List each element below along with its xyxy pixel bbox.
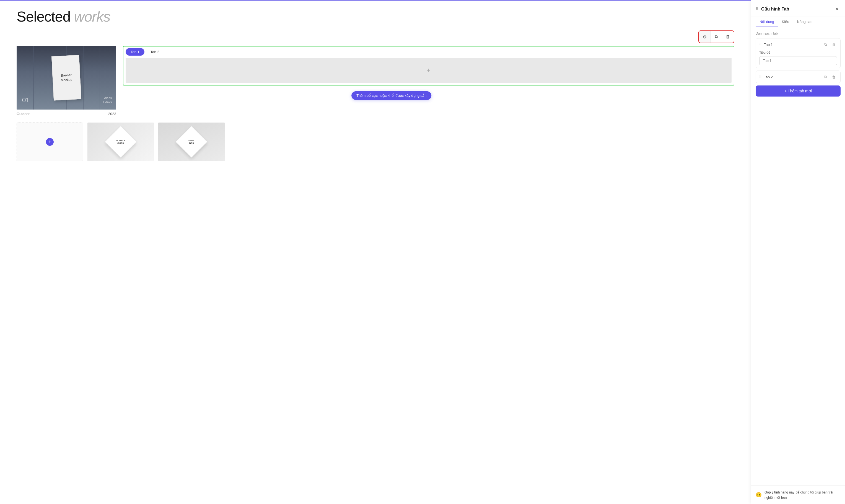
tab1-drag-icon: ⠿ <box>759 42 762 47</box>
tab-kieu[interactable]: Kiểu <box>778 17 793 27</box>
tab-list-item-1: ⠿ Tab 1 ⧉ 🗑 Tiêu đề <box>756 38 841 68</box>
image-caption: Outdoor 2023 <box>17 110 116 118</box>
bottom-row: + DOUBLECLICK GABLBOX <box>0 118 751 166</box>
add-tab-button[interactable]: + Thêm tab mới <box>756 86 841 96</box>
tab-noi-dung[interactable]: Nội dung <box>756 17 778 27</box>
trash-icon: 🗑 <box>726 34 730 39</box>
tab-list-item-2: ⠿ Tab 2 ⧉ 🗑 <box>756 71 841 83</box>
toolbar-group: ⚙ ⧉ 🗑 <box>698 31 734 43</box>
section-label: Danh sách Tab <box>756 32 841 35</box>
author-line1: Alens <box>104 96 112 100</box>
toolbar-row: ⚙ ⧉ 🗑 <box>0 31 751 46</box>
panel-tabs: Nội dung Kiểu Nâng cao <box>751 17 845 27</box>
copy-icon: ⧉ <box>715 34 718 39</box>
tab-nang-cao[interactable]: Nâng cao <box>793 17 816 27</box>
box-image-1: DOUBLECLICK <box>87 123 154 161</box>
tab1-delete-button[interactable]: 🗑 <box>830 41 837 48</box>
banner-author: Alens Lidaks <box>103 96 112 104</box>
panel-drag-icon: ⠿ <box>756 7 758 11</box>
box-2-text: GABLBOX <box>188 139 195 144</box>
copy-button[interactable]: ⧉ <box>711 31 722 42</box>
gear-icon: ⚙ <box>703 34 707 39</box>
box-1-text: DOUBLECLICK <box>116 139 125 144</box>
tab-nav-item-2[interactable]: Tab 2 <box>146 48 164 56</box>
right-panel: ⠿ Cấu hình Tab ✕ Nội dung Kiểu Nâng cao … <box>751 0 845 504</box>
tab-nav: Tab 1 Tab 2 <box>123 47 734 56</box>
tab2-row: ⠿ Tab 2 ⧉ 🗑 <box>759 74 837 80</box>
delete-button[interactable]: 🗑 <box>722 31 734 42</box>
caption-location: Outdoor <box>17 112 30 116</box>
tab2-actions: ⧉ 🗑 <box>822 74 837 80</box>
tab-nav-item-1[interactable]: Tab 1 <box>126 48 144 56</box>
panel-title: Cấu hình Tab <box>761 6 830 12</box>
panel-close-button[interactable]: ✕ <box>833 5 841 13</box>
page-header: Selected works <box>0 1 751 31</box>
caption-year: 2023 <box>108 112 116 116</box>
tab1-title-section: Tiêu đề <box>759 48 837 65</box>
panel-body: Danh sách Tab ⠿ Tab 1 ⧉ 🗑 Tiêu đề <box>751 27 845 485</box>
title-bold: Selected <box>17 8 70 24</box>
banner-image: Banner Mockup 01 Alens Lidaks <box>17 46 116 110</box>
banner-text-line1: Banner <box>61 73 72 78</box>
feedback-emoji: 🙂 <box>756 492 762 498</box>
settings-button[interactable]: ⚙ <box>699 31 711 42</box>
box-image-2: GABLBOX <box>158 123 225 161</box>
banner-flag: Banner Mockup <box>52 55 82 101</box>
title-label: Tiêu đề <box>759 51 837 54</box>
tab1-actions: ⧉ 🗑 <box>822 41 837 48</box>
author-line2: Lidaks <box>103 101 112 104</box>
add-block-button[interactable]: + <box>46 138 54 146</box>
banner-text-line2: Mockup <box>60 77 72 83</box>
tab2-drag-icon: ⠿ <box>759 75 762 79</box>
tab1-label: Tab 1 <box>764 42 820 47</box>
tab-plus-icon: + <box>427 66 431 74</box>
tab2-copy-button[interactable]: ⧉ <box>822 74 829 80</box>
panel-header: ⠿ Cấu hình Tab ✕ <box>751 0 845 17</box>
tooltip-bar: Thêm bố cục hoặc khối được xây dựng sẵn <box>352 91 431 100</box>
box-1-inner: DOUBLECLICK <box>87 123 154 161</box>
box-3d-1: DOUBLECLICK <box>105 126 136 157</box>
main-content: Selected works ⚙ ⧉ 🗑 <box>0 0 751 504</box>
page-title: Selected works <box>17 8 734 25</box>
tab2-label: Tab 2 <box>764 75 820 79</box>
plus-icon: + <box>49 139 52 145</box>
empty-card[interactable]: + <box>17 123 83 161</box>
main-image-block: Banner Mockup 01 Alens Lidaks Outdoor 20… <box>17 46 116 118</box>
tab1-copy-button[interactable]: ⧉ <box>822 41 829 48</box>
tooltip-text: Thêm bố cục hoặc khối được xây dựng sẵn <box>356 93 426 98</box>
box-2-inner: GABLBOX <box>158 123 225 161</box>
tab2-delete-button[interactable]: 🗑 <box>830 74 837 80</box>
tab-widget-container: Banner Mockup 01 Alens Lidaks Outdoor 20… <box>0 46 751 118</box>
add-tab-label: + Thêm tab mới <box>785 89 812 93</box>
tab1-row: ⠿ Tab 1 ⧉ 🗑 <box>759 41 837 48</box>
title-italic: works <box>74 8 110 24</box>
feedback-text-container: Góp ý tính năng này để chúng tôi giúp bạ… <box>765 490 841 500</box>
feedback-link[interactable]: Góp ý tính năng này <box>765 490 794 494</box>
banner-inner: Banner Mockup <box>17 46 116 110</box>
canvas-area: Selected works ⚙ ⧉ 🗑 <box>0 0 845 504</box>
panel-footer: 🙂 Góp ý tính năng này để chúng tôi giúp … <box>751 485 845 504</box>
box-3d-2: GABLBOX <box>176 126 207 157</box>
banner-number: 01 <box>22 96 30 104</box>
tab-widget: Tab 1 Tab 2 + <box>123 46 734 86</box>
tab-content-area: + <box>126 58 732 83</box>
tab1-title-input[interactable] <box>759 56 837 65</box>
